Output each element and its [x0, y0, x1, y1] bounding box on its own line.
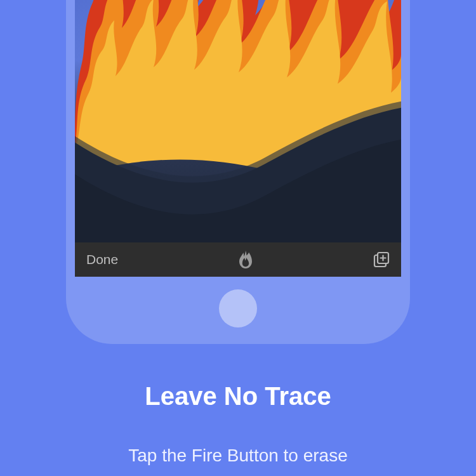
phone-screen: Done	[75, 0, 401, 277]
tabs-button[interactable]	[373, 251, 390, 268]
flame-icon	[238, 251, 253, 268]
done-button[interactable]: Done	[86, 252, 118, 267]
phone-mock: Done	[66, 0, 410, 344]
onboarding-headline: Leave No Trace	[0, 382, 476, 411]
onboarding-subtext: Tap the Fire Button to erase	[0, 446, 476, 466]
phone-home-button	[219, 289, 257, 327]
fire-button[interactable]	[238, 251, 253, 268]
dark-foreground-wave	[75, 43, 401, 246]
tabs-add-icon	[373, 251, 390, 268]
browser-tabbar: Done	[75, 242, 401, 277]
